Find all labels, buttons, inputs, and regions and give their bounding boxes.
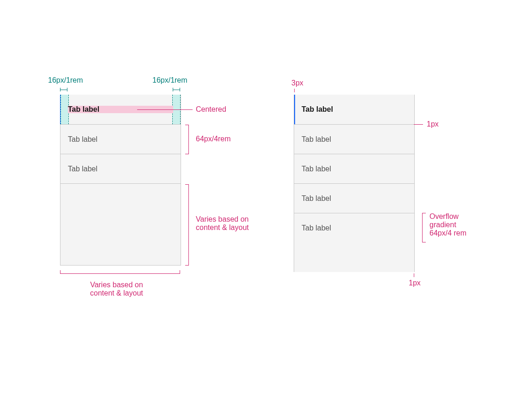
- tab-selected[interactable]: Tab label: [294, 95, 414, 124]
- padding-left-label: 16px/1rem: [48, 76, 83, 85]
- overflow-bracket: [422, 213, 423, 242]
- bottom-tick: [414, 273, 414, 277]
- tab-label: Tab label: [68, 165, 97, 173]
- tab-item[interactable]: Tab label: [294, 183, 414, 213]
- tab-item[interactable]: Tab label: [294, 213, 414, 242]
- padding-right-label: 16px/1rem: [152, 76, 187, 85]
- tab-item[interactable]: Tab label: [60, 124, 181, 154]
- divider-label: 1px: [427, 120, 439, 128]
- tab-item[interactable]: Tab label: [294, 124, 414, 154]
- indicator-width-label: 3px: [291, 79, 303, 87]
- centered-label: Centered: [196, 105, 226, 114]
- padding-right-bar: [173, 88, 180, 91]
- vertical-tablist-overflow: Tab label Tab label Tab label Tab label …: [294, 95, 415, 272]
- bottom-border-label: 1px: [409, 279, 421, 287]
- width-label: Varies based on content & layout: [90, 281, 143, 297]
- row-height-bracket: [188, 125, 189, 154]
- tab-panel: [60, 183, 181, 265]
- tab-label: Tab label: [302, 135, 331, 144]
- overflow-label: Overflow gradient 64px/4 rem: [429, 212, 466, 237]
- padding-left-bar: [60, 88, 67, 91]
- tab-label: Tab label: [68, 105, 99, 114]
- spec-diagram-left: Tab label Tab label Tab label: [60, 95, 181, 266]
- content-height-label: Varies based on content & layout: [196, 215, 249, 232]
- divider-leader: [414, 124, 423, 125]
- tab-item[interactable]: Tab label: [60, 154, 181, 183]
- width-bracket: [60, 273, 180, 274]
- tab-label: Tab label: [68, 135, 97, 144]
- indicator-tick: [294, 89, 295, 92]
- tab-label: Tab label: [302, 194, 331, 203]
- content-height-bracket: [188, 184, 189, 266]
- spec-diagram-right: Tab label Tab label Tab label Tab label …: [294, 95, 415, 272]
- overflow-gradient: [294, 242, 414, 272]
- tab-label: Tab label: [302, 224, 331, 232]
- tab-label: Tab label: [302, 105, 333, 114]
- tab-label: Tab label: [302, 165, 331, 173]
- centered-leader: [137, 109, 193, 110]
- row-height-label: 64px/4rem: [196, 135, 231, 143]
- vertical-tablist: Tab label Tab label Tab label: [60, 95, 181, 266]
- tab-item[interactable]: Tab label: [294, 154, 414, 183]
